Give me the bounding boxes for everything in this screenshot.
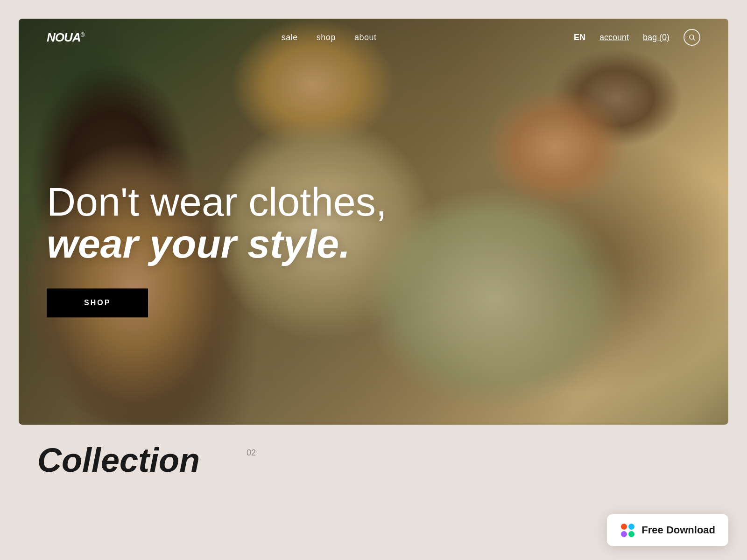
figma-icon bbox=[620, 523, 635, 538]
free-download-label: Free Download bbox=[641, 524, 715, 536]
figma-dot-blue bbox=[628, 524, 634, 530]
figma-dot-red bbox=[621, 524, 627, 530]
page-number: 02 bbox=[247, 448, 256, 458]
nav-right: EN account bag (0) bbox=[574, 29, 700, 46]
hero-content: Don't wear clothes, wear your style. SHO… bbox=[47, 181, 387, 317]
bottom-section: Collection 02 bbox=[0, 425, 747, 486]
account-link[interactable]: account bbox=[599, 33, 629, 42]
collection-title: Collection bbox=[37, 443, 200, 477]
page-wrapper: NOUA® sale shop about EN account bag (0) bbox=[0, 19, 747, 560]
nav-center: sale shop about bbox=[282, 33, 377, 42]
hero-headline: Don't wear clothes, wear your style. bbox=[47, 181, 387, 265]
hero-section: NOUA® sale shop about EN account bag (0) bbox=[19, 19, 728, 425]
figma-dot-purple bbox=[621, 531, 627, 537]
brand-logo[interactable]: NOUA® bbox=[47, 30, 84, 45]
bag-link[interactable]: bag (0) bbox=[643, 33, 669, 42]
search-icon bbox=[688, 34, 696, 41]
nav-link-about[interactable]: about bbox=[354, 33, 377, 42]
figma-dots bbox=[621, 524, 634, 537]
language-selector[interactable]: EN bbox=[574, 33, 585, 42]
hero-headline-line1: Don't wear clothes, bbox=[47, 179, 387, 224]
figma-dot-green bbox=[628, 531, 634, 537]
svg-point-0 bbox=[690, 35, 694, 39]
search-button[interactable] bbox=[684, 29, 700, 46]
hero-headline-line2: wear your style. bbox=[47, 222, 350, 266]
navbar: NOUA® sale shop about EN account bag (0) bbox=[19, 19, 728, 56]
svg-line-1 bbox=[693, 39, 695, 41]
free-download-banner[interactable]: Free Download bbox=[607, 514, 728, 546]
shop-cta-button[interactable]: SHOP bbox=[47, 288, 148, 317]
nav-link-sale[interactable]: sale bbox=[282, 33, 298, 42]
nav-link-shop[interactable]: shop bbox=[317, 33, 336, 42]
